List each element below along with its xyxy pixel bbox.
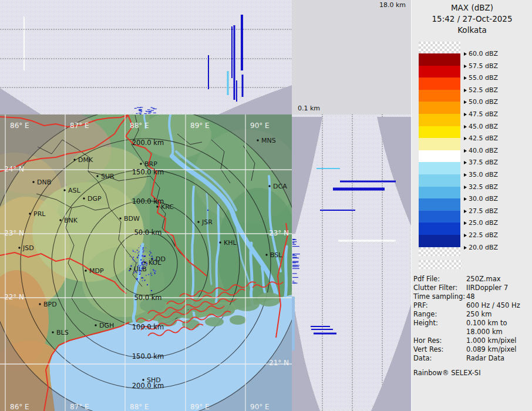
echo-tick [136, 113, 138, 114]
height-axis-min-label: 0.1 km [298, 105, 320, 112]
echo-pixel [137, 262, 137, 263]
ns-cross-section-plot [292, 114, 411, 411]
echo-pixel [142, 268, 143, 269]
station-dot [265, 254, 267, 255]
echo-tick [292, 246, 299, 247]
echo-tick [292, 277, 298, 278]
station-label-bnk: BNK [64, 217, 78, 224]
station-label-asl: ASL [68, 187, 81, 194]
dbz-band-7 [419, 138, 460, 150]
echo-tick [149, 112, 152, 112]
dbz-band-12 [419, 198, 460, 211]
lon-label-top: 86° E [10, 122, 29, 130]
metadata-row: Height:0.100 km to [413, 319, 531, 328]
echo-pixel [146, 265, 147, 266]
echo-pixel [137, 252, 138, 253]
echo-pixel [134, 261, 136, 261]
metadata-row: Time sampling:48 [413, 292, 531, 301]
station-label-brp: BRP [144, 160, 157, 168]
echo-pixel [137, 257, 138, 258]
metadata-label: Pdf File: [413, 275, 466, 283]
echo-pixel [151, 275, 152, 275]
ns-cross-section-panel [292, 114, 411, 411]
metadata-value: 1.000 km/pixel [466, 336, 517, 345]
echo-pixel [140, 272, 140, 274]
station-label-jsd: JSD [22, 244, 34, 252]
station-label-sur: SUR [101, 173, 115, 180]
dbz-band-13 [419, 211, 460, 223]
metadata-value: IIRDoppler 7 [466, 284, 508, 292]
echo-tick [152, 108, 154, 109]
legend-panel: MAX (dBZ) 15:42 / 27-Oct-2025 Kolkata 60… [411, 0, 532, 411]
range-ring-label: 100.0 km [132, 197, 164, 206]
echo-tick [292, 262, 296, 263]
ew-cross-section-plot [0, 0, 292, 114]
echo-pixel [143, 261, 144, 262]
station-dot [39, 303, 41, 305]
level-tick-arrow-icon [464, 52, 467, 56]
echo-tick [137, 107, 139, 108]
echo-pixel [142, 267, 143, 268]
station-label-bdw: BDW [124, 215, 140, 223]
echo-pixel [146, 247, 146, 248]
station-label-prl: PRL [33, 210, 46, 218]
echo-tick [139, 113, 142, 113]
echo-pixel [146, 275, 146, 275]
echo-pixel [150, 252, 151, 254]
station-dot [140, 163, 142, 164]
echo-pixel [140, 260, 142, 261]
metadata-row: Pdf File:250Z.max [413, 275, 531, 284]
echo-tick [292, 265, 298, 265]
echo-tick [146, 111, 149, 112]
echo-pixel [139, 268, 140, 268]
echo-pixel [133, 259, 134, 260]
range-ring-label: 150.0 km [132, 168, 164, 176]
station-dot [29, 213, 31, 214]
echo-tick [292, 282, 295, 283]
metadata-label: Range: [413, 310, 466, 318]
echo-pixel [143, 251, 144, 252]
echo-column [241, 15, 243, 70]
dbz-level-label: 57.5 dBZ [464, 62, 498, 70]
echo-pixel [155, 260, 156, 260]
echo-tick [292, 241, 297, 242]
echo-pixel [137, 250, 138, 251]
station-label-mdp: MDP [89, 267, 104, 275]
dbz-band-14 [419, 223, 460, 235]
station-label-khl: KHL [224, 239, 237, 247]
echo-column [242, 75, 244, 97]
station-dot [119, 217, 121, 219]
echo-tick [292, 244, 296, 245]
dbz-band-0 [419, 53, 460, 66]
level-tick-arrow-icon [464, 197, 467, 201]
echo-tick [292, 273, 297, 274]
lon-label-top: 90° E [250, 122, 270, 130]
echo-pixel [144, 255, 146, 257]
station-label-shd: SHD [147, 376, 161, 384]
level-tick-arrow-icon [464, 65, 467, 68]
lat-label: 24° N [4, 165, 24, 173]
range-ring-label: 150.0 km [132, 352, 164, 361]
lat-label: 22° N [4, 293, 24, 301]
dbz-level-label: 60.0 dBZ [464, 50, 498, 58]
dbz-level-label: 52.5 dBZ [464, 86, 498, 94]
echo-pixel [143, 260, 144, 261]
echo-row [311, 326, 330, 327]
echo-pixel [133, 250, 133, 250]
station-dot [18, 247, 20, 248]
dbz-level-label: 42.5 dBZ [464, 134, 498, 142]
station-dot [59, 219, 61, 221]
echo-pixel [143, 278, 143, 278]
echo-pixel [146, 262, 147, 262]
station-label-bsl: BSL [270, 251, 282, 259]
echo-pixel [139, 251, 140, 252]
lon-label-bottom: 86° E [10, 403, 29, 411]
metadata-row: Range:250 km [413, 310, 531, 319]
echo-row [314, 333, 336, 335]
echo-pixel [136, 278, 137, 280]
echo-pixel [133, 272, 134, 274]
colorbar-bands [419, 53, 460, 247]
dbz-colorbar [419, 42, 460, 256]
station-label-krc: KRC [161, 203, 174, 211]
software-brand: Rainbow® SELEX-SI [413, 369, 481, 377]
